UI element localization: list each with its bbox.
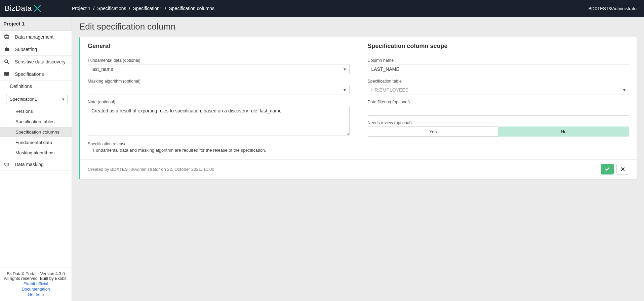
sidebar-item-label: Sensitive data discovery [15, 59, 66, 64]
database-icon [4, 34, 11, 40]
sidebar-spec-select[interactable]: Specification1 ▾ [6, 94, 68, 104]
sidebar-leaf-tables[interactable]: Specification tables [0, 116, 72, 127]
note-label: Note (optional) [88, 100, 350, 104]
logo[interactable]: BizData [0, 4, 72, 13]
scope-title: Specification column scope [368, 43, 630, 53]
breadcrumb: Project 1 / Specifications / Specificati… [72, 6, 214, 11]
masking-select[interactable]: ▾ [88, 85, 350, 95]
logo-text: BizData [5, 4, 32, 13]
breadcrumb-sep: / [93, 6, 94, 11]
release-label: Specification release [88, 142, 350, 146]
chevron-down-icon: ▾ [62, 97, 65, 102]
sidebar-item-data-management[interactable]: Data management [0, 31, 72, 43]
breadcrumb-item-columns[interactable]: Specification columns [169, 6, 214, 11]
save-button[interactable] [601, 164, 614, 174]
data-filter-input[interactable] [368, 106, 630, 116]
book-icon [4, 71, 11, 77]
svg-point-1 [5, 60, 8, 63]
note-textarea[interactable] [88, 106, 350, 136]
needs-review-yes[interactable]: Yes [368, 127, 498, 137]
sidebar-item-label: Subsetting [15, 47, 37, 52]
spec-table-select-value: HR.EMPLOYEES [371, 87, 408, 93]
breadcrumb-sep: / [129, 6, 130, 11]
sidebar-sub-definitions[interactable]: Definitions [0, 81, 72, 92]
needs-review-toggle: Yes No [368, 127, 630, 137]
sidebar-item-data-masking[interactable]: Data masking [0, 158, 72, 171]
chevron-down-icon: ▾ [344, 66, 346, 72]
topbar: BizData Project 1 / Specifications / Spe… [0, 0, 644, 17]
fundamental-select[interactable]: last_name ▾ [88, 64, 350, 74]
footer-link-help[interactable]: Get help [3, 292, 69, 297]
svg-point-3 [6, 164, 6, 164]
release-note: Fundamental data and masking algorithm a… [88, 148, 350, 153]
svg-line-2 [7, 62, 9, 64]
sidebar-item-label: Specifications [15, 71, 44, 77]
needs-review-no[interactable]: No [498, 127, 629, 137]
sidebar-leaf-fundamental[interactable]: Fundamental data [0, 137, 72, 148]
sidebar-spec-select-value: Specification1 [10, 97, 37, 102]
sidebar-footer: BizDataX Portal - Version 4.3.0 All righ… [0, 267, 72, 301]
card-footer: Created by BDXTEST3\Administrator on 22.… [80, 159, 637, 179]
svg-point-4 [7, 164, 8, 164]
masking-label: Masking algorithm (optional) [88, 79, 350, 84]
sidebar-leaf-columns[interactable]: Specification columns [0, 127, 72, 137]
page-title: Edit specification column [79, 21, 637, 32]
puzzle-icon [4, 47, 11, 52]
fundamental-select-value: last_name [91, 66, 113, 72]
check-icon [605, 166, 610, 172]
chevron-down-icon: ▾ [344, 87, 346, 93]
logo-icon [33, 4, 42, 13]
footer-link-docs[interactable]: Documentation [3, 287, 69, 292]
close-icon [621, 167, 625, 171]
scope-section: Specification column scope Column name S… [368, 43, 630, 157]
breadcrumb-sep: / [165, 6, 166, 11]
sidebar-project-title: Project 1 [0, 17, 72, 31]
cancel-button[interactable] [616, 164, 629, 174]
spec-table-select[interactable]: HR.EMPLOYEES ▾ [368, 85, 630, 95]
footer-version: BizDataX Portal - Version 4.3.0 [3, 271, 69, 276]
sidebar-item-label: Data management [15, 34, 53, 40]
breadcrumb-item-project[interactable]: Project 1 [72, 6, 90, 11]
needs-review-label: Needs review (optional) [368, 120, 630, 125]
footer-rights: All rights reserved. Built by Ekobit. [3, 276, 69, 281]
general-title: General [88, 43, 350, 53]
sidebar-item-subsetting[interactable]: Subsetting [0, 43, 72, 56]
main-content: Edit specification column General Fundam… [72, 17, 644, 301]
sidebar-item-specifications[interactable]: Specifications [0, 68, 72, 81]
chevron-down-icon: ▾ [623, 87, 626, 93]
sidebar-item-discovery[interactable]: Sensitive data discovery [0, 56, 72, 68]
column-name-input[interactable] [368, 64, 630, 74]
sidebar-leaf-versions[interactable]: Versions [0, 106, 72, 116]
breadcrumb-item-specifications[interactable]: Specifications [97, 6, 126, 11]
search-icon [4, 59, 11, 64]
breadcrumb-item-specification1[interactable]: Specification1 [133, 6, 162, 11]
svg-point-0 [5, 35, 9, 36]
sidebar: Project 1 Data management Subsetting Sen… [0, 17, 72, 301]
data-filter-label: Data filtering (optional) [368, 100, 630, 104]
footer-link-ekobit[interactable]: Ekobit official [3, 282, 69, 286]
column-name-label: Column name [368, 58, 630, 63]
sidebar-item-label: Data masking [15, 162, 44, 167]
user-label[interactable]: BDXTEST3\Administrator [589, 6, 638, 11]
general-section: General Fundamental data (optional) last… [88, 43, 350, 157]
created-by-text: Created by BDXTEST3\Administrator on 22.… [88, 167, 214, 172]
mask-icon [4, 162, 11, 167]
sidebar-leaf-masking-alg[interactable]: Masking algorithms [0, 148, 72, 158]
edit-card: General Fundamental data (optional) last… [79, 37, 637, 179]
spec-table-label: Specification table [368, 79, 630, 84]
fundamental-label: Fundamental data (optional) [88, 58, 350, 63]
